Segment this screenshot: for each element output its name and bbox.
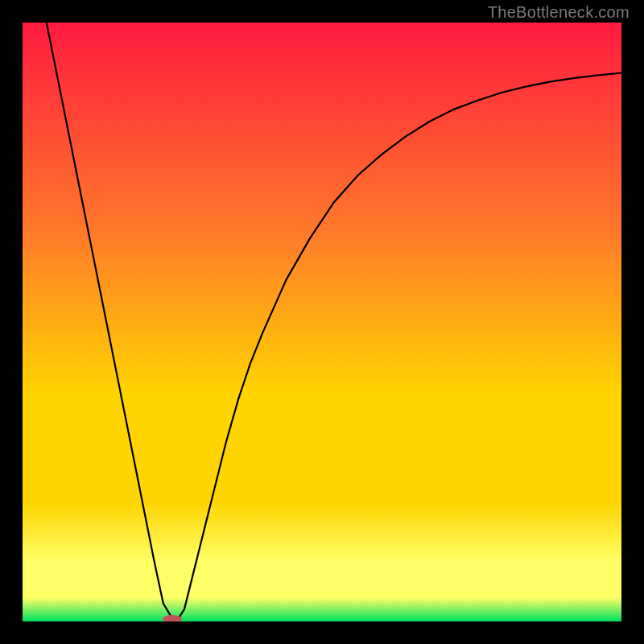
bottleneck-chart: [23, 23, 621, 621]
gradient-background: [23, 23, 621, 621]
chart-stage: TheBottleneck.com: [0, 0, 644, 644]
watermark-text: TheBottleneck.com: [488, 3, 630, 22]
